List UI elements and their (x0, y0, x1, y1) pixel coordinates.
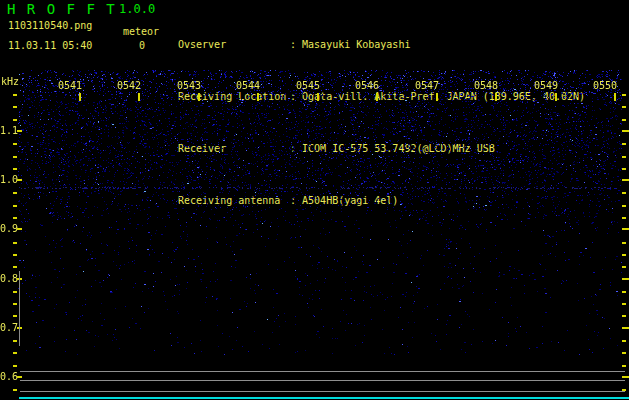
meteor-count-value: 0 (139, 40, 145, 52)
frequency-minor-tick-right (622, 365, 626, 367)
frequency-tick-label: 0.8 (0, 273, 17, 284)
frequency-minor-tick-left (13, 242, 17, 244)
time-tick-mark (436, 93, 438, 101)
frequency-minor-tick-right (622, 242, 626, 244)
frequency-major-tick-right (622, 278, 629, 280)
hrofft-spectrogram-image: H R O F F T 1.0.0 1103110540.png meteor … (0, 0, 629, 400)
time-tick-mark (138, 93, 140, 101)
frequency-minor-tick-left (13, 365, 17, 367)
frequency-minor-tick-right (622, 106, 626, 108)
frequency-minor-tick-left (13, 315, 17, 317)
frequency-minor-tick-left (13, 205, 17, 207)
frequency-major-tick-right (622, 327, 629, 329)
meteor-counter-label: meteor (123, 26, 159, 38)
frequency-minor-tick-left (13, 106, 17, 108)
frequency-minor-tick-left (13, 303, 17, 305)
observer-row: Ovserver: Masayuki Kobayashi (178, 39, 585, 53)
time-tick-mark (257, 93, 259, 101)
time-tick-mark (495, 93, 497, 101)
frequency-minor-tick-left (13, 254, 17, 256)
frequency-minor-tick-left (13, 119, 17, 121)
frequency-major-tick-right (622, 376, 629, 378)
frequency-major-tick-left (17, 179, 22, 181)
frequency-minor-tick-right (622, 156, 626, 158)
frequency-major-tick-left (17, 376, 22, 378)
frequency-tick-label: 1.0 (0, 174, 17, 185)
frequency-minor-tick-left (13, 217, 17, 219)
time-tick-label: 0549 (528, 80, 558, 91)
time-tick-mark (614, 93, 616, 101)
app-title: H R O F F T (7, 1, 116, 17)
info-separator: : (290, 39, 296, 50)
frequency-major-tick-right (622, 130, 629, 132)
frequency-minor-tick-left (13, 168, 17, 170)
frequency-minor-tick-right (622, 291, 626, 293)
frequency-minor-tick-right (622, 143, 626, 145)
observation-datetime: 11.03.11 05:40 (8, 40, 92, 52)
frequency-minor-tick-left (13, 389, 17, 391)
app-version: 1.0.0 (119, 2, 155, 16)
time-tick-label: 0542 (111, 80, 141, 91)
time-tick-label: 0548 (468, 80, 498, 91)
time-tick-label: 0541 (52, 80, 82, 91)
frequency-minor-tick-left (13, 143, 17, 145)
level-gridline (20, 380, 625, 381)
frequency-minor-tick-left (13, 94, 17, 96)
signal-level-baseline (19, 397, 629, 399)
frequency-tick-label: 0.9 (0, 223, 17, 234)
frequency-major-tick-left (17, 130, 22, 132)
time-tick-mark (198, 93, 200, 101)
time-tick-label: 0550 (587, 80, 617, 91)
info-value: Masayuki Kobayashi (302, 39, 410, 50)
frequency-minor-tick-right (622, 340, 626, 342)
time-tick-label: 0544 (230, 80, 260, 91)
frequency-minor-tick-right (622, 352, 626, 354)
frequency-minor-tick-left (13, 192, 17, 194)
frequency-major-tick-left (17, 228, 22, 230)
frequency-minor-tick-right (622, 168, 626, 170)
time-tick-mark (376, 93, 378, 101)
frequency-minor-tick-left (13, 156, 17, 158)
frequency-minor-tick-left (13, 266, 17, 268)
frequency-minor-tick-right (622, 192, 626, 194)
frequency-minor-tick-right (622, 303, 626, 305)
frequency-axis-unit-label: kHz (1, 76, 19, 88)
frequency-tick-label: 1.1 (0, 125, 17, 136)
time-tick-mark (79, 93, 81, 101)
frequency-minor-tick-right (622, 217, 626, 219)
frequency-major-tick-right (622, 228, 629, 230)
time-tick-label: 0547 (409, 80, 439, 91)
level-gridline (20, 371, 625, 372)
time-tick-mark (555, 93, 557, 101)
info-label: Ovserver (178, 39, 290, 50)
frequency-minor-tick-left (13, 340, 17, 342)
spectrogram-noise-canvas (18, 70, 622, 355)
frequency-minor-tick-right (622, 94, 626, 96)
frequency-tick-label: 0.6 (0, 371, 17, 382)
frequency-minor-tick-right (622, 205, 626, 207)
frequency-minor-tick-right (622, 254, 626, 256)
frequency-major-tick-right (622, 179, 629, 181)
frequency-minor-tick-left (13, 352, 17, 354)
detection-band-marker (19, 271, 20, 346)
time-tick-label: 0543 (171, 80, 201, 91)
time-tick-label: 0545 (290, 80, 320, 91)
frequency-minor-tick-right (622, 315, 626, 317)
output-filename: 1103110540.png (8, 20, 92, 32)
time-tick-label: 0546 (349, 80, 379, 91)
frequency-minor-tick-left (13, 291, 17, 293)
frequency-tick-label: 0.7 (0, 322, 17, 333)
time-tick-mark (317, 93, 319, 101)
level-gridline (20, 391, 625, 392)
frequency-minor-tick-right (622, 266, 626, 268)
frequency-minor-tick-right (622, 119, 626, 121)
